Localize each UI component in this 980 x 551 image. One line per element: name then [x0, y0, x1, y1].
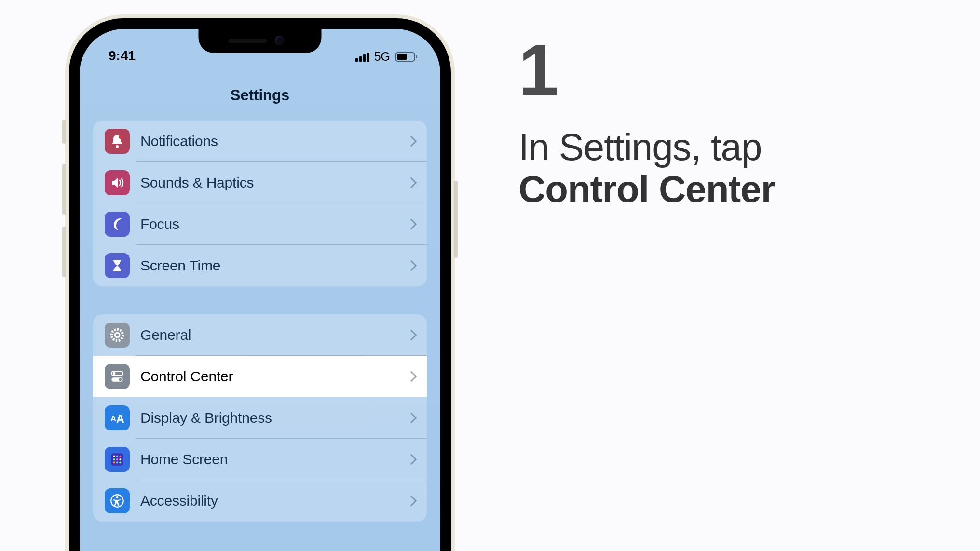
chevron-right-icon — [406, 413, 417, 424]
svg-point-14 — [116, 456, 118, 457]
text-size-icon: AA — [105, 405, 130, 430]
iphone-device-frame: 9:41 5G Settings — [65, 14, 455, 551]
settings-row-general[interactable]: General — [93, 314, 427, 356]
svg-point-17 — [116, 458, 118, 460]
svg-point-15 — [119, 456, 121, 457]
volume-up-button[interactable] — [62, 164, 66, 215]
row-label: General — [130, 327, 408, 343]
row-label: Display & Brightness — [130, 410, 408, 426]
svg-point-7 — [113, 372, 116, 375]
settings-group-2: General Control Center — [93, 314, 427, 522]
speaker-icon — [105, 170, 130, 195]
row-label: Focus — [130, 216, 408, 232]
chevron-right-icon — [406, 330, 417, 341]
iphone-screen: 9:41 5G Settings — [80, 29, 440, 551]
instruction-line-1: In Settings, tap — [518, 126, 762, 168]
page-title: Settings — [80, 87, 440, 104]
instruction-panel: 1 In Settings, tap Control Center — [518, 34, 943, 211]
bell-badge-icon — [105, 129, 130, 154]
row-label: Control Center — [130, 368, 408, 385]
mute-switch[interactable] — [62, 120, 66, 144]
svg-point-9 — [119, 378, 122, 381]
svg-point-0 — [116, 145, 119, 148]
row-label: Screen Time — [130, 257, 408, 274]
svg-rect-2 — [113, 260, 121, 262]
svg-rect-3 — [113, 269, 121, 271]
svg-point-1 — [119, 135, 123, 139]
chevron-right-icon — [406, 136, 417, 147]
moon-icon — [105, 212, 130, 237]
cellular-signal-icon — [355, 52, 369, 62]
switches-icon — [105, 364, 130, 389]
settings-row-display-brightness[interactable]: AA Display & Brightness — [93, 397, 427, 439]
chevron-right-icon — [406, 454, 417, 465]
step-number: 1 — [518, 34, 943, 106]
settings-row-sounds-haptics[interactable]: Sounds & Haptics — [93, 162, 427, 203]
instruction-text: In Settings, tap Control Center — [518, 126, 943, 211]
svg-point-20 — [116, 461, 118, 463]
settings-group-1: Notifications Sounds & Haptics — [93, 121, 427, 286]
accessibility-icon — [105, 488, 130, 513]
volume-down-button[interactable] — [62, 227, 66, 277]
settings-row-accessibility[interactable]: Accessibility — [93, 480, 427, 522]
svg-text:A: A — [110, 415, 116, 423]
side-power-button[interactable] — [454, 181, 458, 258]
battery-icon — [395, 52, 415, 62]
svg-point-13 — [113, 456, 115, 457]
svg-point-21 — [119, 461, 121, 463]
settings-row-notifications[interactable]: Notifications — [93, 121, 427, 162]
settings-row-screen-time[interactable]: Screen Time — [93, 245, 427, 286]
svg-point-4 — [111, 329, 122, 340]
row-label: Accessibility — [130, 493, 408, 509]
svg-point-19 — [113, 461, 115, 463]
row-label: Sounds & Haptics — [130, 175, 408, 191]
app-grid-icon — [105, 447, 130, 472]
chevron-right-icon — [406, 260, 417, 271]
network-type: 5G — [374, 50, 390, 64]
settings-row-focus[interactable]: Focus — [93, 203, 427, 245]
row-label: Notifications — [130, 133, 408, 149]
chevron-right-icon — [406, 371, 417, 382]
chevron-right-icon — [406, 496, 417, 507]
svg-point-16 — [113, 458, 115, 460]
settings-row-control-center[interactable]: Control Center — [93, 356, 427, 397]
gear-icon — [105, 323, 130, 348]
row-label: Home Screen — [130, 451, 408, 468]
chevron-right-icon — [406, 219, 417, 230]
svg-point-5 — [115, 333, 120, 337]
status-time: 9:41 — [109, 48, 136, 64]
settings-row-home-screen[interactable]: Home Screen — [93, 439, 427, 480]
svg-point-23 — [116, 496, 118, 498]
hourglass-icon — [105, 253, 130, 278]
notch — [199, 29, 322, 53]
svg-point-18 — [119, 458, 121, 460]
svg-text:A: A — [116, 413, 124, 425]
chevron-right-icon — [406, 177, 417, 188]
instruction-line-2: Control Center — [518, 168, 775, 210]
